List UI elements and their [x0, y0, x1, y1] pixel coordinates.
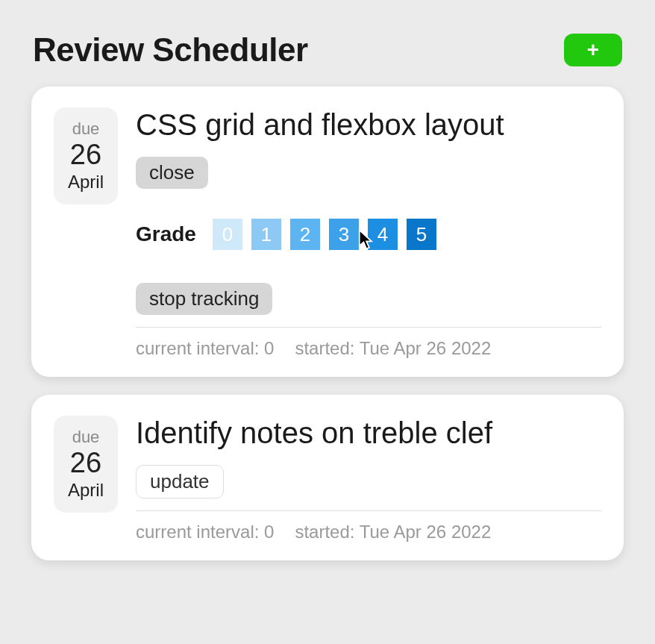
grade-button-1[interactable]: 1: [251, 219, 281, 250]
grade-button-5[interactable]: 5: [407, 219, 436, 250]
secondary-actions: stop tracking: [136, 283, 601, 315]
grade-label: Grade: [136, 222, 196, 246]
grade-button-3[interactable]: 3: [329, 219, 359, 250]
toggle-expand-button[interactable]: close: [136, 157, 208, 189]
due-day: 26: [70, 448, 101, 478]
card-body: Identify notes on treble clef update cur…: [136, 416, 601, 543]
review-item-card: due 26 April Identify notes on treble cl…: [31, 395, 624, 560]
item-title: Identify notes on treble clef: [136, 416, 601, 450]
started-text: started: Tue Apr 26 2022: [295, 338, 491, 359]
toggle-expand-button[interactable]: update: [136, 465, 224, 498]
add-item-button[interactable]: +: [564, 34, 622, 66]
interval-text: current interval: 0: [136, 338, 274, 359]
due-date-chip: due 26 April: [54, 107, 118, 204]
grade-button-2[interactable]: 2: [290, 219, 320, 250]
item-title: CSS grid and flexbox layout: [136, 107, 601, 142]
plus-icon: +: [587, 40, 599, 60]
due-month: April: [68, 480, 104, 501]
meta-row: current interval: 0 started: Tue Apr 26 …: [136, 522, 601, 543]
divider: [136, 327, 601, 328]
grade-row: Grade 0 1 2 3 4 5: [136, 219, 601, 250]
review-scheduler-app: Review Scheduler + due 26 April CSS grid…: [31, 9, 624, 560]
review-item-card: due 26 April CSS grid and flexbox layout…: [31, 87, 624, 377]
grade-button-0[interactable]: 0: [213, 219, 242, 250]
grade-button-4[interactable]: 4: [368, 219, 398, 250]
grade-buttons: 0 1 2 3 4 5: [213, 219, 436, 250]
due-label: due: [72, 428, 100, 447]
divider: [136, 510, 601, 511]
stop-tracking-button[interactable]: stop tracking: [136, 283, 272, 315]
header: Review Scheduler +: [31, 31, 624, 87]
interval-text: current interval: 0: [136, 522, 274, 543]
page-title: Review Scheduler: [33, 31, 308, 69]
due-label: due: [72, 119, 100, 139]
due-month: April: [68, 172, 104, 193]
due-date-chip: due 26 April: [54, 416, 118, 513]
card-body: CSS grid and flexbox layout close Grade …: [136, 107, 601, 359]
due-day: 26: [70, 140, 101, 170]
started-text: started: Tue Apr 26 2022: [295, 522, 491, 543]
meta-row: current interval: 0 started: Tue Apr 26 …: [136, 338, 601, 359]
